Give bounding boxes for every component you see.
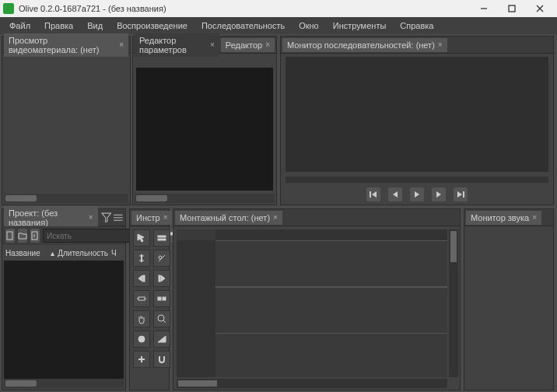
scroll-horizontal[interactable] xyxy=(4,194,128,203)
svg-marker-5 xyxy=(372,191,377,198)
tab-label: Монитор последовательностей: (нет) xyxy=(287,40,435,50)
timeline-tracks[interactable] xyxy=(215,240,447,377)
panel-audio-monitor: Монитор звука × xyxy=(464,208,554,390)
svg-rect-14 xyxy=(7,232,12,240)
svg-rect-33 xyxy=(159,275,160,282)
close-icon[interactable]: × xyxy=(163,213,168,222)
project-list[interactable] xyxy=(4,261,124,379)
tab-project[interactable]: Проект: (без названия) × xyxy=(4,206,98,229)
close-icon[interactable]: × xyxy=(265,40,270,49)
menu-view[interactable]: Вид xyxy=(81,19,109,33)
menu-edit[interactable]: Правка xyxy=(38,19,79,33)
menu-playback[interactable]: Воспроизведение xyxy=(110,19,194,33)
playback-controls xyxy=(281,184,553,205)
import-button[interactable] xyxy=(30,229,40,243)
svg-rect-1 xyxy=(509,5,515,12)
close-button[interactable] xyxy=(526,0,554,17)
tab-param-editor[interactable]: Редактор параметров × xyxy=(135,33,219,57)
close-icon[interactable]: × xyxy=(210,40,215,49)
tab-timeline[interactable]: Монтажный стол: (нет) × xyxy=(175,211,282,225)
minimize-button[interactable] xyxy=(470,0,498,17)
slide-tool[interactable] xyxy=(153,290,170,307)
new-folder-button[interactable] xyxy=(18,229,27,243)
panel-param-editor: Редактор параметров × Редактор × xyxy=(132,36,277,205)
pointer-tool[interactable] xyxy=(133,229,150,247)
panel-source-viewer: Просмотр видеоматериала: (нет) × xyxy=(2,36,131,205)
panel-timeline: Монтажный стол: (нет) × xyxy=(173,208,461,390)
titlebar: Olive 0.2.0-1687a721 - (без названия) xyxy=(0,0,557,17)
tab-label: Инстр xyxy=(136,213,160,222)
close-icon[interactable]: × xyxy=(273,213,278,222)
new-item-button[interactable] xyxy=(5,229,15,243)
timeline-track-headers[interactable] xyxy=(177,240,215,377)
close-icon[interactable]: × xyxy=(532,213,537,222)
timeline-canvas[interactable] xyxy=(177,229,447,377)
add-tool[interactable] xyxy=(133,351,150,368)
edit-tool[interactable] xyxy=(133,250,150,267)
play-button[interactable] xyxy=(410,187,424,201)
audio-track[interactable] xyxy=(215,287,447,334)
svg-marker-8 xyxy=(436,191,441,198)
close-icon[interactable]: × xyxy=(119,40,124,49)
tab-label: Редактор xyxy=(226,40,262,50)
svg-point-42 xyxy=(138,336,145,342)
timeline-ruler[interactable] xyxy=(215,229,447,240)
tab-redactor[interactable]: Редактор × xyxy=(221,38,275,52)
hand-tool[interactable] xyxy=(133,310,150,327)
svg-marker-43 xyxy=(158,336,166,342)
svg-line-41 xyxy=(163,320,166,323)
audio-meter xyxy=(464,226,553,390)
tab-tools[interactable]: Инстр × xyxy=(131,211,172,225)
svg-rect-35 xyxy=(138,297,145,300)
scroll-horizontal[interactable] xyxy=(135,194,275,203)
scroll-vertical[interactable] xyxy=(449,229,458,377)
record-tool[interactable] xyxy=(133,331,150,348)
razor-tool[interactable] xyxy=(153,250,170,267)
svg-marker-6 xyxy=(393,191,398,198)
menu-icon[interactable] xyxy=(113,212,124,224)
next-frame-button[interactable] xyxy=(432,187,446,201)
track-select-tool[interactable] xyxy=(153,229,170,247)
zoom-tool[interactable] xyxy=(153,310,170,327)
ripple-right-tool[interactable] xyxy=(153,270,170,287)
tab-label: Просмотр видеоматериала: (нет) xyxy=(9,36,116,54)
scroll-horizontal[interactable] xyxy=(177,379,447,388)
transition-tool[interactable] xyxy=(153,331,170,348)
goto-end-button[interactable] xyxy=(454,187,468,201)
prev-frame-button[interactable] xyxy=(388,187,402,201)
panel-sequence-viewer: Монитор последовательностей: (нет) × xyxy=(280,36,554,205)
tab-label: Монитор звука xyxy=(471,213,529,222)
col-ch[interactable]: Ч xyxy=(111,249,122,257)
tab-source-viewer[interactable]: Просмотр видеоматериала: (нет) × xyxy=(4,33,128,57)
scroll-horizontal[interactable] xyxy=(4,379,124,388)
svg-point-40 xyxy=(158,315,164,321)
close-icon[interactable]: × xyxy=(438,40,443,49)
window-title: Olive 0.2.0-1687a721 - (без названия) xyxy=(19,4,166,13)
menu-help[interactable]: Справка xyxy=(394,19,440,33)
close-icon[interactable]: × xyxy=(89,213,93,222)
filter-icon[interactable] xyxy=(101,212,112,224)
col-name[interactable]: Название xyxy=(5,249,47,257)
slip-tool[interactable] xyxy=(133,290,150,307)
goto-start-button[interactable] xyxy=(366,187,380,201)
preview-canvas xyxy=(136,68,273,191)
svg-rect-27 xyxy=(158,239,166,240)
svg-marker-9 xyxy=(457,191,462,198)
col-duration[interactable]: Длительность xyxy=(58,249,108,257)
svg-rect-10 xyxy=(463,191,464,198)
svg-rect-38 xyxy=(158,297,161,300)
sequence-scrub[interactable] xyxy=(286,177,548,183)
tab-label: Редактор параметров xyxy=(139,36,207,54)
tab-audio-monitor[interactable]: Монитор звука × xyxy=(466,211,541,225)
sort-icon[interactable]: ▴ xyxy=(51,249,54,257)
video-track[interactable] xyxy=(215,240,447,287)
menu-file[interactable]: Файл xyxy=(3,19,37,33)
menu-sequence[interactable]: Последовательность xyxy=(195,19,291,33)
menu-window[interactable]: Окно xyxy=(293,19,325,33)
svg-marker-7 xyxy=(415,191,419,198)
tab-sequence-viewer[interactable]: Монитор последовательностей: (нет) × xyxy=(282,38,447,52)
maximize-button[interactable] xyxy=(498,0,526,17)
ripple-left-tool[interactable] xyxy=(133,270,150,287)
menu-tools[interactable]: Инструменты xyxy=(327,19,393,33)
snap-tool[interactable] xyxy=(153,351,170,368)
